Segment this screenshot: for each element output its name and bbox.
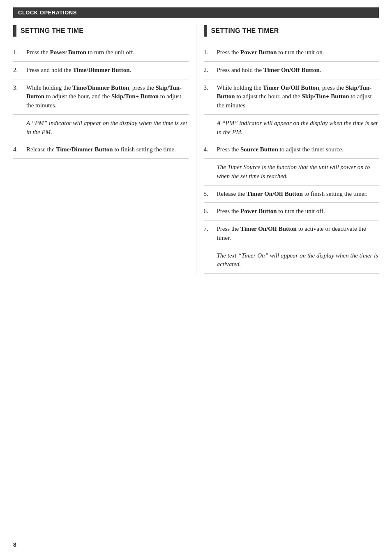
header-bar: CLOCK OPERATIONS — [13, 7, 379, 18]
page: CLOCK OPERATIONS SETTING THE TIME 1. Pre… — [0, 0, 392, 557]
right-steps-list-3: 5. Release the Timer On/Off Button to fi… — [204, 186, 379, 247]
right-step-5: 5. Release the Timer On/Off Button to fi… — [204, 186, 379, 203]
left-step-4: 4. Release the Time/Dimmer Button to fin… — [13, 141, 189, 159]
right-note-3: The text “Timer On” will appear on the d… — [204, 247, 379, 274]
right-section-heading: SETTING THE TIMER — [204, 25, 379, 37]
left-step-2: 2. Press and hold the Time/Dimmer Button… — [13, 62, 189, 79]
right-step-3: 3. While holding the Timer On/Off Button… — [204, 79, 379, 115]
right-heading-text: SETTING THE TIMER — [211, 27, 279, 35]
right-steps-list: 1. Press the Power Button to turn the un… — [204, 44, 379, 115]
right-step-1: 1. Press the Power Button to turn the un… — [204, 44, 379, 62]
left-steps-list: 1. Press the Power Button to turn the un… — [13, 44, 189, 115]
left-column: SETTING THE TIME 1. Press the Power Butt… — [13, 25, 196, 274]
right-column: SETTING THE TIMER 1. Press the Power But… — [196, 25, 379, 274]
columns-container: SETTING THE TIME 1. Press the Power Butt… — [13, 25, 379, 274]
left-note-1: A “PM” indicator will appear on the disp… — [13, 115, 189, 142]
left-step-1: 1. Press the Power Button to turn the un… — [13, 44, 189, 62]
right-note-1: A “PM” indicator will appear on the disp… — [204, 115, 379, 142]
left-step-3: 3. While holding the Time/Dimmer Button,… — [13, 79, 189, 115]
right-steps-list-2: 4. Press the Source Button to adjust the… — [204, 141, 379, 159]
left-steps-list-2: 4. Release the Time/Dimmer Button to fin… — [13, 141, 189, 159]
right-heading-icon — [204, 25, 207, 37]
right-step-7: 7. Press the Timer On/Off Button to acti… — [204, 220, 379, 247]
right-step-6: 6. Press the Power Button to turn the un… — [204, 203, 379, 220]
left-heading-icon — [13, 25, 16, 37]
right-step-4: 4. Press the Source Button to adjust the… — [204, 141, 379, 159]
left-heading-text: SETTING THE TIME — [21, 27, 83, 35]
right-step-2: 2. Press and hold the Timer On/Off Butto… — [204, 62, 379, 79]
right-note-2: The Timer Source is the function that th… — [204, 159, 379, 186]
left-section-heading: SETTING THE TIME — [13, 25, 189, 37]
header-title: CLOCK OPERATIONS — [18, 9, 77, 16]
page-number: 8 — [13, 541, 16, 548]
